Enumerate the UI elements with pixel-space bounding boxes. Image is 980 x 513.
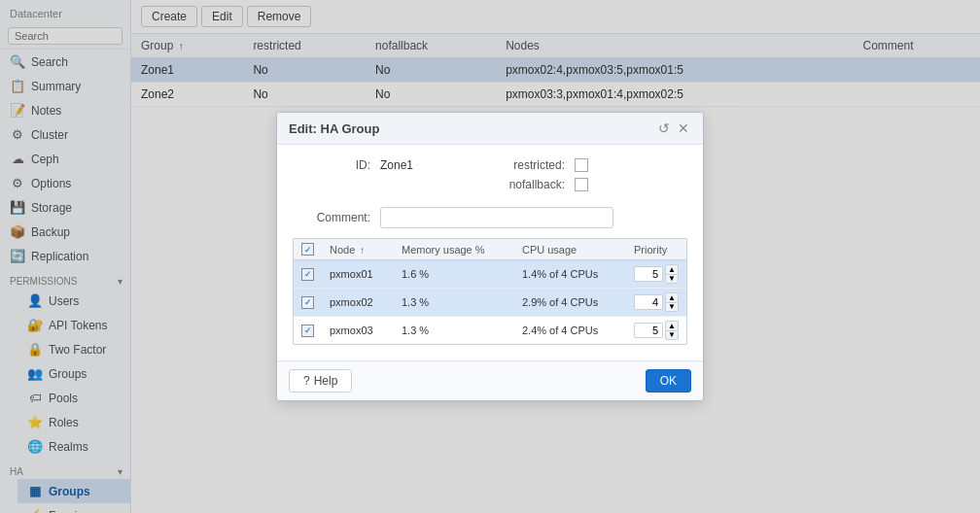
node-row[interactable]: ✓ pxmox01 1.6 % 1.4% of 4 CPUs 5 ▲ xyxy=(294,260,686,289)
modal-overlay: Edit: HA Group ↺ ✕ ID: Zone1 restricted: xyxy=(0,0,980,513)
col-cpu[interactable]: CPU usage xyxy=(514,239,626,260)
nodes-table-wrap: ✓ Node ↑ Memory usage % CPU usage Priori… xyxy=(293,238,687,345)
priority-input[interactable]: 5 xyxy=(634,266,663,282)
node-name: pxmox02 xyxy=(322,289,394,317)
col-node[interactable]: Node ↑ xyxy=(322,239,394,260)
modal-header-actions: ↺ ✕ xyxy=(656,120,691,136)
node-priority-cell: 5 ▲ ▼ xyxy=(626,260,686,289)
restricted-label: restricted: xyxy=(487,158,575,172)
help-label: Help xyxy=(314,374,338,388)
check-all-checkbox[interactable]: ✓ xyxy=(301,243,314,256)
fields-row-top: ID: Zone1 restricted: nofallback: xyxy=(293,158,687,197)
nofallback-checkbox[interactable] xyxy=(575,178,588,191)
priority-input[interactable]: 5 xyxy=(634,323,663,338)
spinner-down-button[interactable]: ▼ xyxy=(665,274,679,284)
node-memory: 1.3 % xyxy=(394,289,514,317)
node-check-cell: ✓ xyxy=(294,260,322,289)
comment-row: Comment: xyxy=(293,207,687,228)
nodes-table: ✓ Node ↑ Memory usage % CPU usage Priori… xyxy=(294,239,686,344)
nofallback-row: nofallback: xyxy=(487,178,687,191)
node-cpu: 2.9% of 4 CPUs xyxy=(514,289,626,317)
node-memory: 1.3 % xyxy=(394,317,514,345)
node-cpu: 2.4% of 4 CPUs xyxy=(514,317,626,345)
col-priority[interactable]: Priority xyxy=(626,239,686,260)
spinner-down-button[interactable]: ▼ xyxy=(665,330,679,340)
spinner-buttons: ▲ ▼ xyxy=(665,292,679,312)
node-name: pxmox03 xyxy=(322,317,394,345)
spinner-up-button[interactable]: ▲ xyxy=(665,321,679,330)
restricted-row: restricted: xyxy=(487,158,687,172)
node-row[interactable]: ✓ pxmox03 1.3 % 2.4% of 4 CPUs 5 ▲ xyxy=(294,317,686,345)
id-value: Zone1 xyxy=(380,158,413,172)
id-label: ID: xyxy=(293,158,380,172)
modal-footer: ? Help OK xyxy=(277,360,703,400)
spinner-down-button[interactable]: ▼ xyxy=(665,302,679,312)
node-check-cell: ✓ xyxy=(294,289,322,317)
node-checkbox[interactable]: ✓ xyxy=(301,296,314,309)
node-priority-cell: 5 ▲ ▼ xyxy=(626,317,686,345)
right-col: restricted: nofallback: xyxy=(487,158,687,197)
priority-spinner: 5 ▲ ▼ xyxy=(634,321,679,340)
modal-reset-button[interactable]: ↺ xyxy=(656,120,672,136)
modal-body: ID: Zone1 restricted: nofallback: xyxy=(277,145,703,360)
modal-header: Edit: HA Group ↺ ✕ xyxy=(277,113,703,145)
sort-arrow-icon: ↑ xyxy=(360,245,365,256)
spinner-up-button[interactable]: ▲ xyxy=(665,264,679,274)
spinner-buttons: ▲ ▼ xyxy=(665,321,679,340)
node-priority-cell: 4 ▲ ▼ xyxy=(626,289,686,317)
modal-title: Edit: HA Group xyxy=(289,121,379,136)
left-col: ID: Zone1 xyxy=(293,158,487,182)
col-check: ✓ xyxy=(294,239,322,260)
priority-spinner: 4 ▲ ▼ xyxy=(634,292,679,312)
spinner-buttons: ▲ ▼ xyxy=(665,264,679,284)
node-checkbox[interactable]: ✓ xyxy=(301,325,314,337)
node-checkbox[interactable]: ✓ xyxy=(301,268,314,281)
spinner-up-button[interactable]: ▲ xyxy=(665,292,679,302)
restricted-checkbox[interactable] xyxy=(575,158,588,172)
node-cpu: 1.4% of 4 CPUs xyxy=(514,260,626,289)
col-memory[interactable]: Memory usage % xyxy=(394,239,514,260)
node-row[interactable]: ✓ pxmox02 1.3 % 2.9% of 4 CPUs 4 ▲ xyxy=(294,289,686,317)
ok-button[interactable]: OK xyxy=(646,369,691,393)
help-icon: ? xyxy=(303,374,310,388)
comment-input[interactable] xyxy=(380,207,613,228)
node-memory: 1.6 % xyxy=(394,260,514,289)
modal-close-button[interactable]: ✕ xyxy=(676,120,691,136)
node-name: pxmox01 xyxy=(322,260,394,289)
id-row: ID: Zone1 xyxy=(293,158,487,172)
comment-label: Comment: xyxy=(293,211,380,224)
help-button[interactable]: ? Help xyxy=(289,369,352,393)
nofallback-label: nofallback: xyxy=(487,178,575,191)
node-check-cell: ✓ xyxy=(294,317,322,345)
priority-spinner: 5 ▲ ▼ xyxy=(634,264,679,284)
priority-input[interactable]: 4 xyxy=(634,294,663,310)
edit-ha-group-modal: Edit: HA Group ↺ ✕ ID: Zone1 restricted: xyxy=(276,112,704,401)
